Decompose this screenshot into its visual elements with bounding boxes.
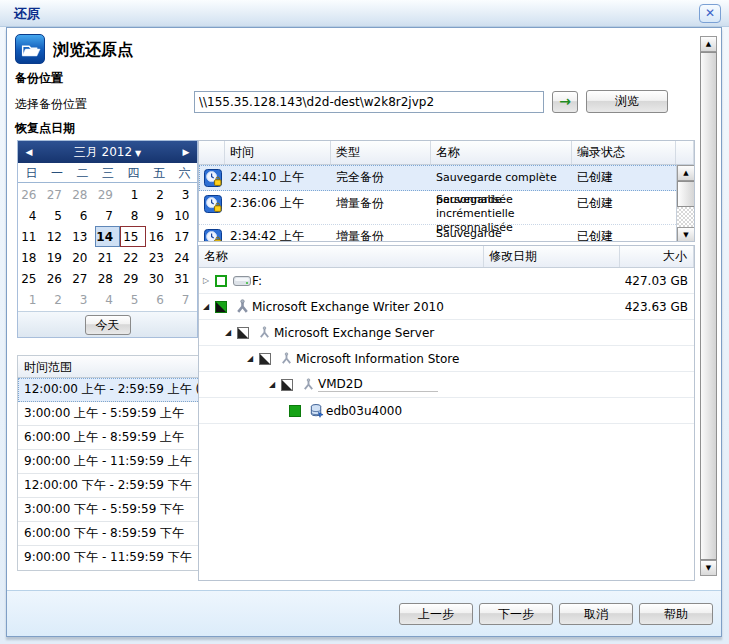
cancel-button[interactable]: 取消 — [559, 603, 633, 625]
calendar-day[interactable]: 29 — [120, 268, 146, 289]
calendar-day[interactable]: 7 — [171, 289, 197, 310]
calendar-day[interactable]: 2 — [146, 184, 172, 205]
scrollbar-thumb[interactable] — [700, 52, 717, 560]
calendar-day[interactable]: 26 — [18, 184, 44, 205]
backups-scrollbar[interactable]: ▲ ▼ — [676, 165, 694, 242]
checkbox-checked[interactable] — [289, 405, 301, 417]
calendar-day[interactable]: 8 — [120, 205, 146, 226]
calendar-day[interactable]: 27 — [69, 268, 95, 289]
backup-row-selected[interactable]: 2:44:10 上午 完全备份 Sauvegarde complète pers… — [199, 165, 694, 191]
collapse-icon[interactable]: ◢ — [199, 302, 213, 311]
calendar-day[interactable]: 16 — [146, 226, 172, 247]
time-range-item-selected[interactable]: 12:00:00 上午 - 2:59:59 上午 (5) — [18, 378, 200, 402]
calendar-day[interactable]: 5 — [44, 205, 70, 226]
scroll-down-icon[interactable]: ▼ — [677, 227, 695, 242]
modified-column-header[interactable]: 修改日期 — [484, 246, 620, 267]
calendar-day[interactable]: 6 — [69, 205, 95, 226]
backup-location-input[interactable] — [194, 91, 544, 113]
table-row-information-store[interactable]: ◢ Microsoft Information Store — [199, 346, 694, 372]
calendar-day[interactable]: 10 — [171, 205, 197, 226]
help-button[interactable]: 帮助 — [639, 603, 713, 625]
today-button[interactable]: 今天 — [85, 315, 131, 335]
calendar-day-selected[interactable]: 14 — [95, 226, 121, 247]
calendar-day[interactable]: 13 — [69, 226, 95, 247]
time-range-item[interactable]: 6:00:00 上午 - 8:59:59 上午 — [18, 426, 200, 450]
name-column-header[interactable]: 名称 — [199, 246, 484, 267]
icon-column-header[interactable] — [199, 141, 225, 164]
close-icon[interactable]: ✕ — [699, 4, 721, 23]
scroll-down-icon[interactable]: ▼ — [700, 560, 717, 576]
collapse-icon[interactable]: ◢ — [221, 328, 235, 337]
time-range-item[interactable]: 6:00:00 下午 - 8:59:59 下午 — [18, 522, 200, 546]
calendar-day[interactable]: 25 — [18, 268, 44, 289]
calendar-day[interactable]: 1 — [120, 184, 146, 205]
calendar-day[interactable]: 1 — [18, 289, 44, 310]
calendar-day[interactable]: 3 — [69, 289, 95, 310]
calendar-day[interactable]: 4 — [18, 205, 44, 226]
calendar-day[interactable]: 19 — [44, 247, 70, 268]
previous-button[interactable]: 上一步 — [399, 603, 473, 625]
checkbox-partial[interactable] — [281, 379, 293, 391]
calendar-day[interactable]: 27 — [44, 184, 70, 205]
size-column-header[interactable]: 大小 — [620, 246, 694, 267]
calendar-day[interactable]: 24 — [171, 247, 197, 268]
calendar-day[interactable]: 29 — [95, 184, 121, 205]
calendar-day[interactable]: 21 — [95, 247, 121, 268]
table-row-drive-f[interactable]: ▷ F: 427.03 GB — [199, 268, 694, 294]
go-arrow-button[interactable]: → — [552, 91, 578, 113]
scrollbar-track[interactable] — [677, 207, 695, 227]
backup-row[interactable]: 2:36:06 上午 增量备份 Sauvegarde incrémentiell… — [199, 191, 694, 225]
table-row-edb03u4000[interactable]: edb03u4000 — [199, 398, 694, 424]
scroll-up-icon[interactable]: ▲ — [700, 36, 717, 52]
calendar-day[interactable]: 5 — [120, 289, 146, 310]
calendar-day[interactable]: 30 — [146, 268, 172, 289]
calendar-day[interactable]: 11 — [18, 226, 44, 247]
checkbox-checked-outline[interactable] — [215, 275, 227, 287]
calendar-day[interactable]: 28 — [69, 184, 95, 205]
calendar-day[interactable]: 17 — [171, 226, 197, 247]
calendar-prev-icon[interactable]: ◀ — [20, 141, 38, 163]
calendar-day[interactable]: 20 — [69, 247, 95, 268]
time-range-item[interactable]: 3:00:00 上午 - 5:59:59 上午 — [18, 402, 200, 426]
calendar-month-label[interactable]: 三月 2012▼ — [74, 145, 142, 159]
status-column-header[interactable]: 编录状态 — [572, 141, 676, 164]
calendar-day[interactable]: 12 — [44, 226, 70, 247]
checkbox-partial[interactable] — [237, 327, 249, 339]
scroll-up-icon[interactable]: ▲ — [677, 165, 695, 181]
time-range-item[interactable]: 3:00:00 下午 - 5:59:59 下午 — [18, 498, 200, 522]
calendar-day[interactable]: 23 — [146, 247, 172, 268]
calendar-day[interactable]: 9 — [146, 205, 172, 226]
table-row-exchange-server[interactable]: ◢ Microsoft Exchange Server — [199, 320, 694, 346]
calendar-day[interactable]: 22 — [120, 247, 146, 268]
checkbox-partial[interactable] — [259, 353, 271, 365]
checkbox-partial[interactable] — [215, 301, 227, 313]
table-row-vmd2d[interactable]: ◢ VMD2D — [199, 372, 694, 398]
browse-button[interactable]: 浏览 — [586, 90, 668, 113]
expand-icon[interactable]: ▷ — [199, 276, 213, 285]
name-column-header[interactable]: 名称 — [431, 141, 572, 164]
calendar-day[interactable]: 4 — [95, 289, 121, 310]
folder-icon — [15, 34, 45, 64]
calendar-day[interactable]: 18 — [18, 247, 44, 268]
calendar-day[interactable]: 2 — [44, 289, 70, 310]
time-range-item[interactable]: 9:00:00 下午 - 11:59:59 下午 — [18, 546, 200, 570]
next-button[interactable]: 下一步 — [479, 603, 553, 625]
calendar-day[interactable]: 7 — [95, 205, 121, 226]
time-range-item[interactable]: 9:00:00 上午 - 11:59:59 上午 — [18, 450, 200, 474]
calendar-day[interactable]: 26 — [44, 268, 70, 289]
type-column-header[interactable]: 类型 — [331, 141, 431, 164]
calendar-day[interactable]: 3 — [171, 184, 197, 205]
calendar-day[interactable]: 6 — [146, 289, 172, 310]
scrollbar-thumb[interactable] — [677, 181, 695, 207]
calendar-next-icon[interactable]: ▶ — [177, 141, 195, 163]
calendar-day[interactable]: 31 — [171, 268, 197, 289]
dialog-scrollbar[interactable]: ▲ ▼ — [700, 36, 717, 576]
table-row-exchange-writer[interactable]: ◢ Microsoft Exchange Writer 2010 423.63 … — [199, 294, 694, 320]
time-range-item[interactable]: 12:00:00 下午 - 2:59:59 下午 — [18, 474, 200, 498]
collapse-icon[interactable]: ◢ — [265, 380, 279, 389]
collapse-icon[interactable]: ◢ — [243, 354, 257, 363]
time-column-header[interactable]: 时间 — [225, 141, 331, 164]
backup-row[interactable]: 2:34:42 上午 增量备份 Sauvegarde incrémentiell… — [199, 225, 694, 242]
calendar-day[interactable]: 28 — [95, 268, 121, 289]
calendar-day-today[interactable]: 15 — [120, 226, 146, 247]
